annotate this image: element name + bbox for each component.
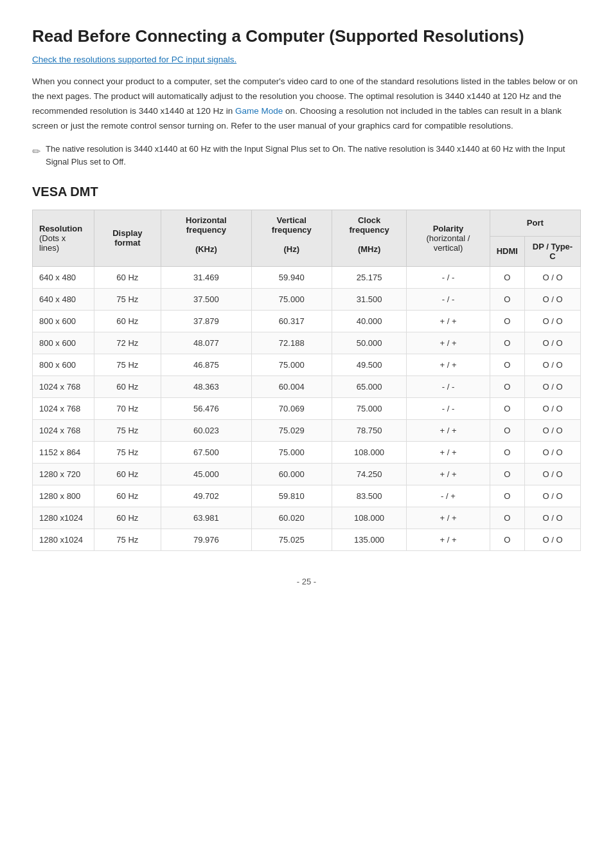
cell-display-format: 60 Hz	[94, 266, 161, 288]
cell-resolution: 800 x 600	[33, 354, 94, 375]
cell-polarity: - / +	[407, 485, 490, 507]
cell-dp: O / O	[524, 419, 580, 441]
cell-clock: 65.000	[332, 375, 406, 397]
th-clock-unit: (MHz)	[332, 236, 406, 266]
cell-h-freq: 31.469	[161, 266, 251, 288]
cell-resolution: 1280 x1024	[33, 529, 94, 550]
section-title: VESA DMT	[32, 185, 581, 199]
cell-hdmi: O	[490, 463, 524, 485]
cell-display-format: 75 Hz	[94, 288, 161, 310]
page-title: Read Before Connecting a Computer (Suppo…	[32, 26, 581, 48]
th-horizontal-unit: (KHz)	[161, 236, 251, 266]
cell-polarity: + / +	[407, 507, 490, 529]
cell-v-freq: 59.940	[251, 266, 332, 288]
game-mode-link[interactable]: Game Mode	[235, 106, 283, 116]
cell-v-freq: 72.188	[251, 332, 332, 354]
cell-clock: 108.000	[332, 507, 406, 529]
on-link[interactable]: On	[332, 144, 343, 154]
cell-polarity: + / +	[407, 310, 490, 332]
cell-display-format: 60 Hz	[94, 507, 161, 529]
cell-display-format: 75 Hz	[94, 529, 161, 550]
cell-display-format: 75 Hz	[94, 441, 161, 463]
cell-clock: 49.500	[332, 354, 406, 375]
cell-clock: 75.000	[332, 397, 406, 419]
cell-hdmi: O	[490, 354, 524, 375]
cell-h-freq: 37.879	[161, 310, 251, 332]
table-row: 1152 x 864 75 Hz 67.500 75.000 108.000 +…	[33, 441, 581, 463]
cell-resolution: 1024 x 768	[33, 375, 94, 397]
cell-dp: O / O	[524, 397, 580, 419]
cell-h-freq: 45.000	[161, 463, 251, 485]
cell-clock: 108.000	[332, 441, 406, 463]
cell-hdmi: O	[490, 397, 524, 419]
table-row: 1280 x 720 60 Hz 45.000 60.000 74.250 + …	[33, 463, 581, 485]
cell-hdmi: O	[490, 507, 524, 529]
note-box: ✏ The native resolution is 3440 x1440 at…	[32, 143, 581, 170]
cell-clock: 50.000	[332, 332, 406, 354]
cell-resolution: 1152 x 864	[33, 441, 94, 463]
cell-v-freq: 75.029	[251, 419, 332, 441]
cell-polarity: - / -	[407, 288, 490, 310]
cell-display-format: 75 Hz	[94, 419, 161, 441]
table-row: 800 x 600 72 Hz 48.077 72.188 50.000 + /…	[33, 332, 581, 354]
note-text: The native resolution is 3440 x1440 at 6…	[46, 143, 581, 170]
cell-v-freq: 59.810	[251, 485, 332, 507]
cell-polarity: + / +	[407, 354, 490, 375]
cell-polarity: - / -	[407, 375, 490, 397]
cell-hdmi: O	[490, 485, 524, 507]
cell-display-format: 75 Hz	[94, 354, 161, 375]
table-row: 800 x 600 60 Hz 37.879 60.317 40.000 + /…	[33, 310, 581, 332]
cell-hdmi: O	[490, 288, 524, 310]
th-port: Port	[490, 210, 580, 237]
cell-display-format: 60 Hz	[94, 463, 161, 485]
table-row: 1280 x1024 60 Hz 63.981 60.020 108.000 +…	[33, 507, 581, 529]
th-vertical-unit: (Hz)	[251, 236, 332, 266]
cell-v-freq: 70.069	[251, 397, 332, 419]
subtitle-link[interactable]: Check the resolutions supported for PC i…	[32, 55, 236, 64]
cell-polarity: + / +	[407, 529, 490, 550]
cell-display-format: 72 Hz	[94, 332, 161, 354]
cell-polarity: + / +	[407, 441, 490, 463]
cell-clock: 135.000	[332, 529, 406, 550]
cell-hdmi: O	[490, 441, 524, 463]
cell-resolution: 800 x 600	[33, 310, 94, 332]
cell-polarity: + / +	[407, 419, 490, 441]
th-hdmi: HDMI	[490, 236, 524, 266]
cell-hdmi: O	[490, 266, 524, 288]
cell-dp: O / O	[524, 441, 580, 463]
cell-display-format: 60 Hz	[94, 375, 161, 397]
cell-dp: O / O	[524, 288, 580, 310]
off-link[interactable]: Off	[112, 157, 123, 167]
cell-v-freq: 60.020	[251, 507, 332, 529]
cell-polarity: + / +	[407, 332, 490, 354]
cell-dp: O / O	[524, 310, 580, 332]
cell-resolution: 1024 x 768	[33, 419, 94, 441]
table-row: 800 x 600 75 Hz 46.875 75.000 49.500 + /…	[33, 354, 581, 375]
cell-resolution: 640 x 480	[33, 266, 94, 288]
th-horizontal-top: Horizontal frequency	[161, 210, 251, 237]
cell-dp: O / O	[524, 507, 580, 529]
cell-v-freq: 60.000	[251, 463, 332, 485]
cell-h-freq: 67.500	[161, 441, 251, 463]
cell-h-freq: 49.702	[161, 485, 251, 507]
th-clock-top: Clock frequency	[332, 210, 406, 237]
table-row: 1024 x 768 70 Hz 56.476 70.069 75.000 - …	[33, 397, 581, 419]
table-row: 1024 x 768 60 Hz 48.363 60.004 65.000 - …	[33, 375, 581, 397]
cell-hdmi: O	[490, 332, 524, 354]
table-row: 1280 x1024 75 Hz 79.976 75.025 135.000 +…	[33, 529, 581, 550]
table-row: 640 x 480 75 Hz 37.500 75.000 31.500 - /…	[33, 288, 581, 310]
cell-dp: O / O	[524, 463, 580, 485]
table-row: 1024 x 768 75 Hz 60.023 75.029 78.750 + …	[33, 419, 581, 441]
input-signal-plus-link-1[interactable]: Input Signal Plus	[244, 144, 307, 154]
cell-dp: O / O	[524, 375, 580, 397]
cell-v-freq: 75.000	[251, 441, 332, 463]
cell-v-freq: 60.004	[251, 375, 332, 397]
intro-paragraph: When you connect your product to a compu…	[32, 75, 581, 134]
th-resolution: Resolution (Dots x lines)	[33, 210, 94, 267]
cell-h-freq: 37.500	[161, 288, 251, 310]
cell-hdmi: O	[490, 419, 524, 441]
cell-resolution: 1280 x 800	[33, 485, 94, 507]
table-row: 640 x 480 60 Hz 31.469 59.940 25.175 - /…	[33, 266, 581, 288]
cell-polarity: + / +	[407, 463, 490, 485]
cell-resolution: 1280 x1024	[33, 507, 94, 529]
